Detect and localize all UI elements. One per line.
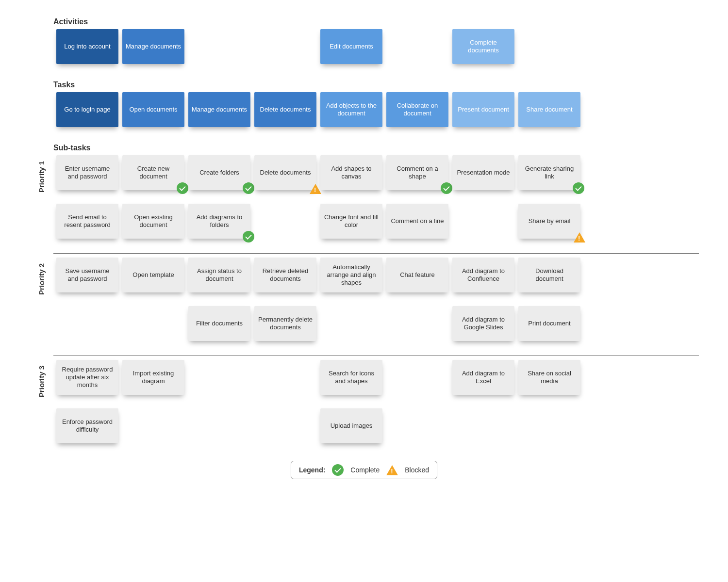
warning-icon <box>386 465 398 475</box>
subtask-row: Enforce password difficultyUpload images <box>29 408 699 452</box>
legend: Legend: Complete Blocked <box>291 461 437 479</box>
story-card[interactable]: Save username and password <box>56 258 118 292</box>
story-card[interactable]: Automatically arrange and align shapes <box>320 258 382 292</box>
story-card[interactable]: Print document <box>518 306 580 341</box>
story-card[interactable]: Add objects to the document <box>320 92 382 127</box>
story-card[interactable]: Generate sharing link <box>518 155 580 190</box>
story-card[interactable]: Create new document <box>122 155 184 190</box>
story-card[interactable]: Enter username and password <box>56 155 118 190</box>
story-card[interactable]: Delete documents <box>254 92 316 127</box>
activities-title: Activities <box>53 17 699 26</box>
priority2-block: Priority 2Save username and passwordOpen… <box>29 258 699 355</box>
story-card[interactable]: Share document <box>518 92 580 127</box>
story-card[interactable]: Add shapes to canvas <box>320 155 382 190</box>
story-card[interactable]: Collaborate on document <box>386 92 448 127</box>
check-icon <box>332 464 344 476</box>
check-icon <box>177 182 188 194</box>
story-card[interactable]: Add diagrams to folders <box>188 204 250 239</box>
story-card[interactable]: Comment on a line <box>386 204 448 239</box>
story-card[interactable]: Log into account <box>56 29 118 64</box>
story-card[interactable]: Assign status to document <box>188 258 250 292</box>
story-card[interactable]: Send email to resent password <box>56 204 118 239</box>
story-card[interactable]: Retrieve deleted documents <box>254 258 316 292</box>
story-card[interactable]: Present document <box>452 92 514 127</box>
subtask-row: Priority 3Require password update after … <box>29 360 699 404</box>
story-card[interactable]: Download document <box>518 258 580 292</box>
story-card[interactable]: Add diagram to Google Slides <box>452 306 514 341</box>
story-card[interactable]: Open existing document <box>122 204 184 239</box>
story-card[interactable]: Complete documents <box>452 29 514 64</box>
story-card[interactable]: Add diagram to Confluence <box>452 258 514 292</box>
tasks-row: Go to login pageOpen documentsManage doc… <box>29 92 699 136</box>
story-card[interactable]: Comment on a shape <box>386 155 448 190</box>
warning-icon <box>310 184 321 194</box>
subtask-row: Filter documentsPermanently delete docum… <box>29 306 699 350</box>
story-card[interactable]: Add diagram to Excel <box>452 360 514 395</box>
legend-title: Legend: <box>299 466 325 474</box>
story-card[interactable]: Presentation mode <box>452 155 514 190</box>
priority-label: Priority 1 <box>37 161 46 193</box>
priority-label: Priority 3 <box>37 366 46 397</box>
story-card[interactable]: Require password update after six months <box>56 360 118 395</box>
story-card[interactable]: Create folders <box>188 155 250 190</box>
check-icon <box>573 182 584 194</box>
story-card[interactable]: Edit documents <box>320 29 382 64</box>
story-card[interactable]: Change font and fill color <box>320 204 382 239</box>
legend-complete: Complete <box>350 466 380 474</box>
check-icon <box>243 231 254 242</box>
check-icon <box>243 182 254 194</box>
check-icon <box>441 182 452 194</box>
warning-icon <box>574 232 585 242</box>
story-card[interactable]: Chat feature <box>386 258 448 292</box>
story-card[interactable]: Go to login page <box>56 92 118 127</box>
activities-row: Log into accountManage documentsEdit doc… <box>29 29 699 73</box>
story-card[interactable]: Upload images <box>320 408 382 443</box>
divider <box>53 253 699 254</box>
story-card[interactable]: Share by email <box>518 204 580 239</box>
story-card[interactable]: Permanently delete documents <box>254 306 316 341</box>
story-card[interactable]: Import existing diagram <box>122 360 184 395</box>
story-card[interactable]: Enforce password difficulty <box>56 408 118 443</box>
priority3-block: Priority 3Require password update after … <box>29 360 699 457</box>
user-story-map: Activities Log into accountManage docume… <box>29 15 699 479</box>
divider <box>53 356 699 356</box>
priority1-block: Priority 1Enter username and passwordCre… <box>29 155 699 252</box>
subtasks-title: Sub-tasks <box>53 144 699 152</box>
story-card[interactable]: Search for icons and shapes <box>320 360 382 395</box>
priority-label: Priority 2 <box>37 263 46 295</box>
tasks-title: Tasks <box>53 81 699 89</box>
story-card[interactable]: Delete documents <box>254 155 316 190</box>
subtask-row: Priority 1Enter username and passwordCre… <box>29 155 699 199</box>
story-card[interactable]: Share on social media <box>518 360 580 395</box>
story-card[interactable]: Open template <box>122 258 184 292</box>
subtask-row: Send email to resent passwordOpen existi… <box>29 204 699 247</box>
story-card[interactable]: Manage documents <box>188 92 250 127</box>
subtask-row: Priority 2Save username and passwordOpen… <box>29 258 699 301</box>
story-card[interactable]: Filter documents <box>188 306 250 341</box>
legend-blocked: Blocked <box>405 466 429 474</box>
story-card[interactable]: Open documents <box>122 92 184 127</box>
story-card[interactable]: Manage documents <box>122 29 184 64</box>
